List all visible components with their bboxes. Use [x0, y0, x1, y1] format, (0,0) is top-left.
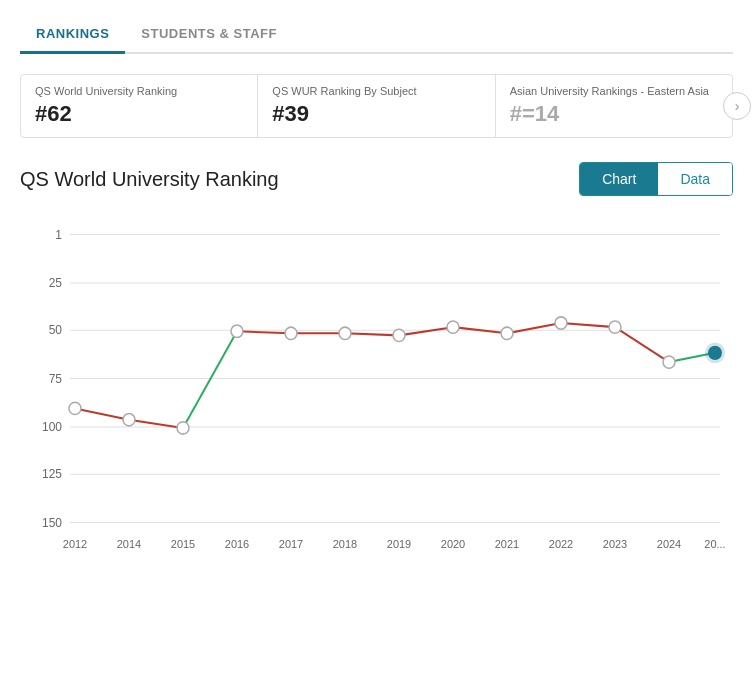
section-header: QS World University Ranking Chart Data [20, 162, 733, 196]
svg-text:75: 75 [49, 372, 63, 386]
svg-text:1: 1 [55, 228, 62, 242]
svg-text:2022: 2022 [549, 538, 573, 550]
tabs-container: RANKINGS STUDENTS & STAFF [20, 0, 733, 54]
svg-line-22 [507, 323, 561, 333]
card-value-qs-world: #62 [35, 101, 243, 127]
card-title-qs-world: QS World University Ranking [35, 85, 243, 97]
svg-point-33 [447, 321, 459, 333]
tab-rankings[interactable]: RANKINGS [20, 16, 125, 54]
cards-next-arrow[interactable]: › [723, 92, 751, 120]
svg-text:100: 100 [42, 420, 62, 434]
svg-point-29 [231, 325, 243, 337]
svg-point-31 [339, 327, 351, 339]
svg-point-39 [708, 346, 722, 360]
svg-point-34 [501, 327, 513, 339]
svg-text:125: 125 [42, 467, 62, 481]
svg-text:2024: 2024 [657, 538, 681, 550]
svg-line-20 [399, 327, 453, 335]
data-toggle-btn[interactable]: Data [658, 163, 732, 195]
svg-text:2017: 2017 [279, 538, 303, 550]
svg-line-17 [237, 331, 291, 333]
ranking-cards: QS World University Ranking #62 QS WUR R… [20, 74, 733, 138]
svg-text:2021: 2021 [495, 538, 519, 550]
svg-text:2023: 2023 [603, 538, 627, 550]
section-title: QS World University Ranking [20, 168, 279, 191]
svg-text:2020: 2020 [441, 538, 465, 550]
svg-text:25: 25 [49, 276, 63, 290]
card-title-asian: Asian University Rankings - Eastern Asia [510, 85, 718, 97]
svg-point-30 [285, 327, 297, 339]
ranking-card-asian[interactable]: Asian University Rankings - Eastern Asia… [496, 75, 732, 137]
svg-point-27 [123, 414, 135, 426]
svg-text:2016: 2016 [225, 538, 249, 550]
svg-point-26 [69, 402, 81, 414]
ranking-card-qs-world[interactable]: QS World University Ranking #62 [21, 75, 258, 137]
svg-point-37 [663, 356, 675, 368]
svg-text:20...: 20... [704, 538, 725, 550]
svg-point-36 [609, 321, 621, 333]
ranking-chart: 1 25 50 75 100 125 150 [20, 214, 733, 574]
svg-text:2015: 2015 [171, 538, 195, 550]
chart-data-toggle: Chart Data [579, 162, 733, 196]
svg-point-35 [555, 317, 567, 329]
svg-line-23 [561, 323, 615, 327]
svg-text:2014: 2014 [117, 538, 141, 550]
card-value-asian: #=14 [510, 101, 718, 127]
svg-text:2018: 2018 [333, 538, 357, 550]
svg-text:50: 50 [49, 323, 63, 337]
svg-text:2012: 2012 [63, 538, 87, 550]
svg-text:2019: 2019 [387, 538, 411, 550]
svg-line-16 [183, 331, 237, 428]
card-title-wur-subject: QS WUR Ranking By Subject [272, 85, 480, 97]
card-value-wur-subject: #39 [272, 101, 480, 127]
svg-line-24 [615, 327, 669, 362]
svg-point-28 [177, 422, 189, 434]
svg-point-32 [393, 329, 405, 341]
svg-line-19 [345, 333, 399, 335]
chart-area: 1 25 50 75 100 125 150 [20, 214, 733, 574]
tab-students-staff[interactable]: STUDENTS & STAFF [125, 16, 293, 52]
svg-text:150: 150 [42, 516, 62, 530]
svg-line-14 [75, 408, 129, 419]
ranking-card-wur-subject[interactable]: QS WUR Ranking By Subject #39 [258, 75, 495, 137]
chart-toggle-btn[interactable]: Chart [580, 163, 658, 195]
